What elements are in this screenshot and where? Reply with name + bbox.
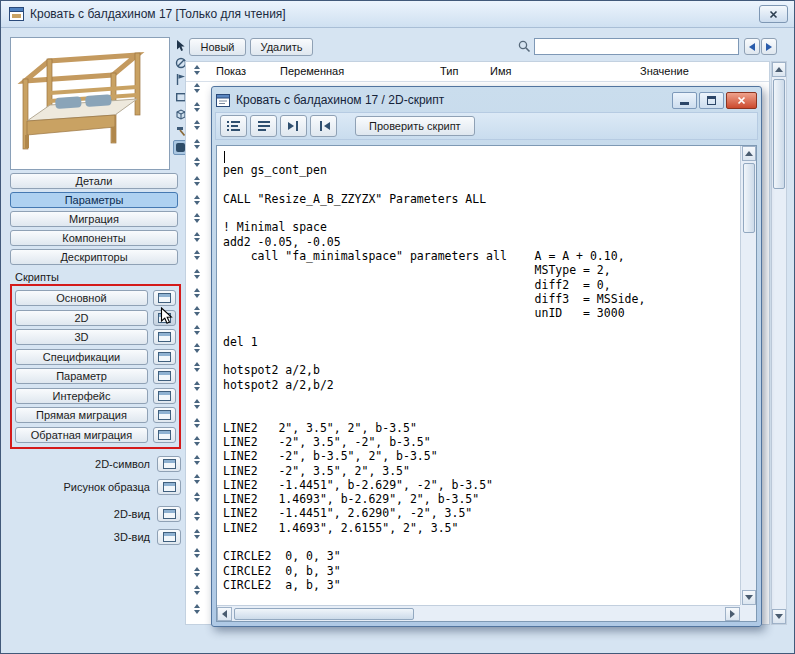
open-script-window-button-2[interactable] bbox=[153, 329, 176, 345]
minimize-button[interactable] bbox=[672, 92, 697, 109]
scroll-left-button[interactable] bbox=[217, 607, 232, 621]
row-reorder-handle[interactable] bbox=[189, 527, 205, 542]
row-reorder-icon bbox=[194, 306, 200, 310]
scroll-up-button[interactable] bbox=[742, 146, 756, 161]
indent-right-tool-button[interactable] bbox=[280, 115, 307, 137]
row-reorder-icon bbox=[194, 331, 200, 335]
maximize-button[interactable] bbox=[699, 92, 724, 109]
row-reorder-icon bbox=[194, 176, 200, 180]
row-reorder-handle[interactable] bbox=[189, 378, 205, 393]
window-icon bbox=[158, 293, 171, 303]
row-reorder-handle[interactable] bbox=[189, 452, 205, 467]
line-list-icon bbox=[256, 119, 272, 133]
open-script-window-button-7[interactable] bbox=[153, 427, 176, 443]
scrollbar-thumb[interactable] bbox=[743, 163, 755, 233]
close-button[interactable] bbox=[759, 5, 788, 23]
row-reorder-handle[interactable] bbox=[189, 322, 205, 337]
scrollbar-thumb[interactable] bbox=[773, 79, 785, 189]
row-reorder-icon bbox=[194, 343, 200, 347]
row-reorder-icon bbox=[194, 294, 200, 298]
script-button-1[interactable]: 2D bbox=[15, 310, 148, 326]
row-reorder-icon bbox=[194, 368, 200, 372]
row-reorder-handle[interactable] bbox=[189, 564, 205, 579]
editor-horizontal-scrollbar[interactable] bbox=[217, 605, 740, 621]
row-reorder-icon bbox=[194, 312, 200, 316]
script-button-0[interactable]: Основной bbox=[15, 290, 148, 306]
scrollbar-thumb[interactable] bbox=[234, 608, 414, 620]
open-script-window-button-5[interactable] bbox=[153, 388, 176, 404]
editor-vertical-scrollbar[interactable] bbox=[740, 146, 756, 605]
parameter-list-scrollbar[interactable] bbox=[771, 61, 787, 625]
row-reorder-handle[interactable] bbox=[189, 267, 205, 282]
row-reorder-handle[interactable] bbox=[189, 192, 205, 207]
sidebar-tab-0[interactable]: Детали bbox=[10, 173, 178, 189]
open-script-window-button-0[interactable] bbox=[153, 290, 176, 306]
script-button-2[interactable]: 3D bbox=[15, 329, 148, 345]
check-script-button[interactable]: Проверить скрипт bbox=[355, 116, 475, 136]
row-reorder-handle[interactable] bbox=[189, 81, 205, 96]
pointer-tool-button[interactable] bbox=[173, 38, 188, 53]
sidebar-tab-4[interactable]: Дескрипторы bbox=[10, 249, 178, 265]
close-script-window-button[interactable] bbox=[726, 92, 757, 109]
search-input[interactable] bbox=[534, 38, 739, 55]
row-reorder-handle[interactable] bbox=[189, 601, 205, 616]
row-reorder-handle[interactable] bbox=[189, 397, 205, 412]
row-reorder-handle[interactable] bbox=[189, 285, 205, 300]
row-reorder-handle[interactable] bbox=[189, 174, 205, 189]
open-script-window-button-6[interactable] bbox=[153, 407, 176, 423]
row-reorder-icon bbox=[194, 250, 200, 254]
open-3d-view-window-button[interactable] bbox=[157, 529, 181, 545]
script-button-5[interactable]: Интерфейс bbox=[15, 388, 148, 404]
scroll-up-button[interactable] bbox=[772, 62, 786, 77]
row-reorder-handle[interactable] bbox=[189, 304, 205, 319]
script-button-3[interactable]: Спецификации bbox=[15, 349, 148, 365]
row-reorder-handle[interactable] bbox=[189, 62, 205, 77]
dotted-list-tool-button[interactable] bbox=[220, 115, 247, 137]
sidebar-tab-2[interactable]: Миграция bbox=[10, 211, 178, 227]
row-reorder-handle[interactable] bbox=[189, 341, 205, 356]
open-sample-picture-window-button[interactable] bbox=[157, 479, 181, 495]
open-script-window-button-4[interactable] bbox=[153, 368, 176, 384]
new-button[interactable]: Новый bbox=[189, 38, 246, 56]
row-reorder-handle[interactable] bbox=[189, 545, 205, 560]
row-reorder-handle[interactable] bbox=[189, 99, 205, 114]
scroll-down-button[interactable] bbox=[772, 609, 786, 624]
next-parameter-button[interactable] bbox=[761, 38, 777, 55]
row-reorder-handle[interactable] bbox=[189, 434, 205, 449]
object-preview[interactable] bbox=[10, 37, 170, 170]
open-script-window-button-3[interactable] bbox=[153, 349, 176, 365]
prev-parameter-button[interactable] bbox=[744, 38, 760, 55]
indent-left-tool-button[interactable] bbox=[310, 115, 337, 137]
sidebar-tab-3[interactable]: Компоненты bbox=[10, 230, 178, 246]
row-reorder-handle[interactable] bbox=[189, 583, 205, 598]
row-reorder-handle[interactable] bbox=[189, 211, 205, 226]
row-reorder-icon bbox=[194, 126, 200, 130]
script-button-6[interactable]: Прямая миграция bbox=[15, 407, 148, 423]
open-script-window-button-1[interactable] bbox=[153, 310, 176, 326]
row-reorder-handle[interactable] bbox=[189, 118, 205, 133]
script-button-7[interactable]: Обратная миграция bbox=[15, 427, 148, 443]
row-reorder-icon bbox=[194, 71, 200, 75]
row-reorder-handle[interactable] bbox=[189, 136, 205, 151]
gdl-code-editor[interactable]: pen gs_cont_pen CALL "Resize_A_B_ZZYZX" … bbox=[217, 146, 740, 605]
scroll-right-button[interactable] bbox=[725, 607, 740, 621]
row-reorder-handle[interactable] bbox=[189, 415, 205, 430]
script-row: Основной bbox=[15, 290, 176, 306]
arrow-left-icon bbox=[222, 610, 227, 618]
delete-button[interactable]: Удалить bbox=[250, 38, 313, 56]
scroll-down-button[interactable] bbox=[742, 590, 756, 605]
row-reorder-handle[interactable] bbox=[189, 490, 205, 505]
row-reorder-handle[interactable] bbox=[189, 155, 205, 170]
script-button-4[interactable]: Параметр bbox=[15, 368, 148, 384]
row-reorder-handle[interactable] bbox=[189, 360, 205, 375]
row-reorder-icon bbox=[194, 288, 200, 292]
script-window-titlebar[interactable]: Кровать с балдахином 17 / 2D-скрипт bbox=[216, 89, 757, 111]
row-reorder-handle[interactable] bbox=[189, 229, 205, 244]
open-2d-view-window-button[interactable] bbox=[157, 506, 181, 522]
line-list-tool-button[interactable] bbox=[250, 115, 277, 137]
open-2d-symbol-window-button[interactable] bbox=[157, 456, 181, 472]
sidebar-tab-1[interactable]: Параметры bbox=[10, 192, 178, 208]
row-reorder-handle[interactable] bbox=[189, 471, 205, 486]
row-reorder-handle[interactable] bbox=[189, 248, 205, 263]
row-reorder-handle[interactable] bbox=[189, 508, 205, 523]
